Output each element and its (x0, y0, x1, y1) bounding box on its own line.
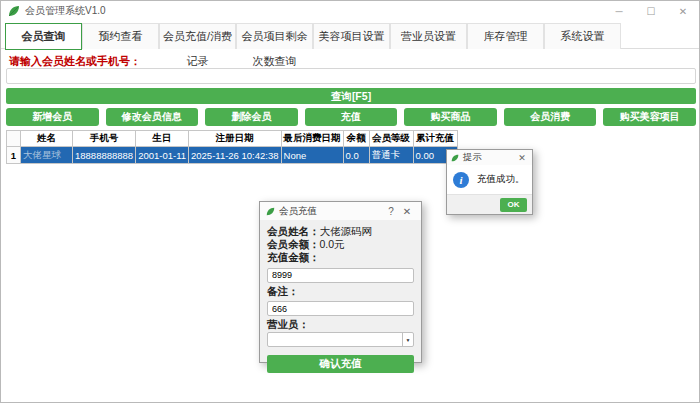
buy-goods-button[interactable]: 购买商品 (404, 108, 497, 126)
cell-last-consume[interactable]: None (281, 147, 343, 164)
remark-input[interactable] (267, 301, 414, 316)
help-icon[interactable]: ? (383, 206, 399, 217)
col-balance: 余额 (343, 131, 369, 147)
cell-phone[interactable]: 18888888888 (73, 147, 136, 164)
window-title: 会员管理系统V1.0 (25, 4, 106, 18)
app-window: 会员管理系统V1.0 ─ ☐ ✕ 会员查询 预约查看 会员充值/消费记录 会员项… (0, 0, 700, 403)
query-button[interactable]: 查询[F5] (6, 88, 696, 104)
prompt-message: 充值成功。 (477, 173, 525, 186)
tab-member-query[interactable]: 会员查询 (5, 23, 82, 50)
clerk-select-value (268, 333, 402, 346)
tab-inventory[interactable]: 库存管理 (467, 23, 544, 49)
tab-beauty-settings[interactable]: 美容项目设置 (313, 23, 390, 49)
recharge-dialog-titlebar: 会员充值 ? ✕ (260, 202, 421, 220)
clerk-label: 营业员： (267, 318, 414, 331)
add-member-button[interactable]: 新增会员 (6, 108, 99, 126)
table-row[interactable]: 1 大佬星球 18888888888 2001-01-11 2025-11-26… (7, 147, 458, 164)
amount-label: 充值金额： (267, 251, 414, 264)
info-icon: i (453, 172, 469, 188)
remark-label: 备注： (267, 285, 414, 298)
search-input[interactable] (6, 68, 696, 84)
cell-register-date[interactable]: 2025-11-26 10:42:38 (189, 147, 282, 164)
member-table: 姓名 手机号 生日 注册日期 最后消费日期 余额 会员等级 累计充值 1 大佬星… (6, 130, 458, 164)
col-birthday: 生日 (136, 131, 189, 147)
titlebar: 会员管理系统V1.0 ─ ☐ ✕ (1, 1, 699, 21)
recharge-button[interactable]: 充值 (305, 108, 398, 126)
ok-button[interactable]: OK (500, 198, 527, 212)
prompt-dialog-titlebar: 提示 ✕ (447, 150, 532, 165)
action-button-row: 新增会员 修改会员信息 删除会员 充值 购买商品 会员消费 购买美容项目 (6, 108, 696, 126)
dialog-leaf-icon (451, 154, 459, 162)
col-total-recharge: 累计充值 (413, 131, 457, 147)
corner-cell (7, 131, 21, 147)
window-controls: ─ ☐ ✕ (603, 1, 699, 21)
tab-bar: 会员查询 预约查看 会员充值/消费记录 会员项目剩余次数查询 美容项目设置 营业… (1, 23, 699, 49)
recharge-dialog-title: 会员充值 (279, 205, 317, 218)
app-leaf-icon (8, 5, 20, 17)
member-name-value: 大佬源码网 (320, 225, 373, 237)
amount-input[interactable] (267, 268, 414, 283)
member-balance-label: 会员余额： (267, 238, 320, 250)
chevron-down-icon[interactable]: ▼ (402, 333, 413, 346)
edit-member-button[interactable]: 修改会员信息 (106, 108, 199, 126)
tab-remaining-times[interactable]: 会员项目剩余次数查询 (236, 23, 313, 49)
maximize-icon[interactable]: ☐ (635, 1, 667, 21)
col-phone: 手机号 (73, 131, 136, 147)
prompt-footer: OK (447, 194, 532, 214)
col-register-date: 注册日期 (189, 131, 282, 147)
table-header-row: 姓名 手机号 生日 注册日期 最后消费日期 余额 会员等级 累计充值 (7, 131, 458, 147)
prompt-body: i 充值成功。 (447, 165, 532, 194)
tab-appointments[interactable]: 预约查看 (82, 23, 159, 49)
prompt-dialog: 提示 ✕ i 充值成功。 OK (446, 149, 533, 215)
recharge-close-icon[interactable]: ✕ (399, 206, 415, 217)
delete-member-button[interactable]: 删除会员 (205, 108, 298, 126)
prompt-close-icon[interactable]: ✕ (516, 153, 528, 163)
dialog-leaf-icon (266, 207, 275, 216)
confirm-recharge-button[interactable]: 确认充值 (267, 355, 414, 373)
tab-clerk-settings[interactable]: 营业员设置 (390, 23, 467, 49)
member-balance-value: 0.0元 (320, 238, 345, 250)
cell-birthday[interactable]: 2001-01-11 (136, 147, 189, 164)
close-icon[interactable]: ✕ (667, 1, 699, 21)
cell-level[interactable]: 普通卡 (369, 147, 413, 164)
member-name-label: 会员姓名： (267, 225, 320, 237)
row-number: 1 (7, 147, 21, 164)
cell-balance[interactable]: 0.0 (343, 147, 369, 164)
recharge-dialog-body: 会员姓名：大佬源码网 会员余额：0.0元 充值金额： 备注： 营业员： ▼ 确认… (260, 220, 421, 373)
clerk-select[interactable]: ▼ (267, 332, 414, 347)
buy-beauty-button[interactable]: 购买美容项目 (603, 108, 696, 126)
recharge-dialog: 会员充值 ? ✕ 会员姓名：大佬源码网 会员余额：0.0元 充值金额： 备注： … (259, 201, 422, 363)
col-name: 姓名 (21, 131, 73, 147)
prompt-dialog-title: 提示 (463, 151, 482, 164)
search-hint-label: 请输入会员姓名或手机号： (9, 54, 141, 69)
cell-name[interactable]: 大佬星球 (21, 147, 73, 164)
col-level: 会员等级 (369, 131, 413, 147)
tab-recharge-records[interactable]: 会员充值/消费记录 (159, 23, 236, 49)
tab-system-settings[interactable]: 系统设置 (544, 23, 621, 49)
member-consume-button[interactable]: 会员消费 (504, 108, 597, 126)
minimize-icon[interactable]: ─ (603, 1, 635, 21)
col-last-consume: 最后消费日期 (281, 131, 343, 147)
